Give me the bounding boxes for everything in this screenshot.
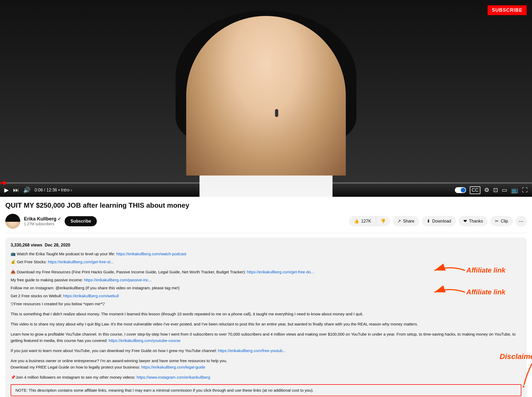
- thumbs-down-icon: 👎: [380, 219, 386, 224]
- download-icon: ⬇: [427, 219, 430, 224]
- resources-link[interactable]: https://erikakullberg.com/get-free-do...: [247, 270, 314, 274]
- fullscreen-button[interactable]: ⛶: [522, 187, 528, 194]
- youtube-course-link[interactable]: https://erikakullberg.com/youtube-course: [109, 338, 181, 343]
- video-info: QUIT MY $250,000 JOB after learning THIS…: [0, 197, 532, 229]
- divider: [5, 233, 527, 233]
- avatar-hair: [5, 214, 20, 222]
- description-meta: 3,330,268 views Dec 28, 2020: [11, 243, 521, 248]
- share-button[interactable]: ↗ Share: [393, 216, 419, 226]
- view-count: 3,330,268 views: [11, 243, 42, 247]
- affiliate-arrow-1: [424, 262, 466, 278]
- disclaimer-annotation-label: Disclaimer: [500, 352, 532, 361]
- like-button[interactable]: 👍 127K: [349, 216, 376, 226]
- download-label: Download: [432, 219, 451, 224]
- channel-left: Erika Kullberg ✔ 1.27M subscribers Subsc…: [5, 214, 97, 229]
- clip-icon: ✂: [495, 219, 498, 224]
- subscriber-count: 1.27M subscribers: [24, 222, 61, 226]
- download-button[interactable]: ⬇ Download: [422, 216, 456, 226]
- like-count: 127K: [361, 219, 371, 224]
- thanks-icon: ❤: [463, 219, 467, 224]
- passive-income-link[interactable]: https://erikakullberg.com/passive-inc...: [84, 278, 152, 282]
- channel-name-text: Erika Kullberg: [24, 216, 56, 222]
- desc-paragraph-1: This is something that I didn't realize …: [11, 311, 521, 317]
- channel-name: Erika Kullberg ✔: [24, 216, 61, 222]
- desc-paragraph-6: 📌Join 4 million followers on Instagram t…: [11, 374, 521, 381]
- cc-button[interactable]: CC: [470, 186, 480, 194]
- affiliate-label-2: Affiliate link: [466, 288, 505, 296]
- podcast-link[interactable]: https://erikakullberg.com/watch-podcast: [116, 252, 186, 256]
- stocks-link[interactable]: https://erikakullberg.com/get-free-st...: [48, 260, 114, 264]
- webull-link[interactable]: https://erikakullberg.com/webull: [63, 294, 119, 298]
- cast-button[interactable]: 📺: [511, 187, 518, 194]
- theater-button[interactable]: ▭: [502, 187, 507, 194]
- verified-icon: ✔: [57, 216, 61, 222]
- channel-info: Erika Kullberg ✔ 1.27M subscribers: [24, 216, 61, 226]
- channel-row: Erika Kullberg ✔ 1.27M subscribers Subsc…: [5, 214, 527, 229]
- disclaimer-arrow: [516, 361, 532, 387]
- video-title: QUIT MY $250,000 JOB after learning THIS…: [5, 201, 527, 210]
- upload-date: Dec 28, 2020: [45, 243, 70, 247]
- more-button[interactable]: ···: [516, 216, 527, 227]
- like-dislike-group: 👍 127K 👎: [349, 216, 390, 226]
- settings-button[interactable]: ⚙: [484, 187, 489, 194]
- description-box: 3,330,268 views Dec 28, 2020 📺 Watch the…: [5, 237, 527, 397]
- thanks-label: Thanks: [469, 219, 483, 224]
- right-controls: CC ⚙ ⊡ ▭ 📺 ⛶: [455, 186, 528, 194]
- instagram-link[interactable]: https://www.instagram.com/erikankullberg: [136, 375, 210, 379]
- time-display: 0:06 / 12:36 • Intro ›: [35, 188, 72, 193]
- desc-paragraph-4: If you just want to learn more about You…: [11, 348, 521, 354]
- subscribe-overlay[interactable]: SUBSCRIBE: [488, 5, 527, 15]
- video-thumbnail: SUBSCRIBE: [0, 0, 532, 197]
- affiliate-arrow-2: [424, 284, 466, 300]
- desc-line-podcast: 📺 Watch the Erika Taught Me podcast to l…: [11, 251, 521, 257]
- dislike-button[interactable]: 👎: [376, 216, 390, 226]
- desc-paragraph-2: This video is to share my story about wh…: [11, 321, 521, 327]
- more-icon: ···: [519, 218, 523, 225]
- legal-guide-link[interactable]: https://erikakullberg.com/legal-guide: [141, 365, 205, 369]
- video-player[interactable]: SUBSCRIBE ▶ ⏭ 🔊 0:06 / 12:36 • Intro › C…: [0, 0, 532, 197]
- thanks-button[interactable]: ❤ Thanks: [459, 216, 488, 226]
- play-button[interactable]: ▶: [4, 187, 9, 194]
- skip-button[interactable]: ⏭: [13, 187, 19, 194]
- action-buttons: 👍 127K 👎 ↗ Share ⬇ Download ❤ Thanks ✂: [349, 216, 527, 227]
- avatar[interactable]: [5, 214, 20, 229]
- volume-button[interactable]: 🔊: [23, 187, 30, 194]
- desc-line-resources-note: ▽Free resources I created for you below …: [11, 301, 521, 307]
- clip-button[interactable]: ✂ Clip: [490, 216, 513, 226]
- subscribe-button[interactable]: Subscribe: [65, 216, 97, 226]
- free-youtube-link[interactable]: https://erikakullberg.com/free-youtub...: [218, 348, 286, 353]
- toggle-knob: [461, 188, 466, 193]
- thumbs-up-icon: 👍: [354, 219, 359, 224]
- affiliate-label-1: Affiliate link: [466, 266, 505, 274]
- clip-label: Clip: [501, 219, 508, 224]
- autoplay-toggle[interactable]: [455, 187, 466, 193]
- desc-paragraph-5: Are you a business owner or online entre…: [11, 358, 521, 370]
- share-label: Share: [403, 219, 414, 224]
- note-box: NOTE: This description contains some aff…: [11, 384, 521, 396]
- desc-paragraph-3: Learn how to grow a profitable YouTube c…: [11, 331, 521, 344]
- share-icon: ↗: [397, 219, 401, 224]
- miniplayer-button[interactable]: ⊡: [493, 187, 498, 194]
